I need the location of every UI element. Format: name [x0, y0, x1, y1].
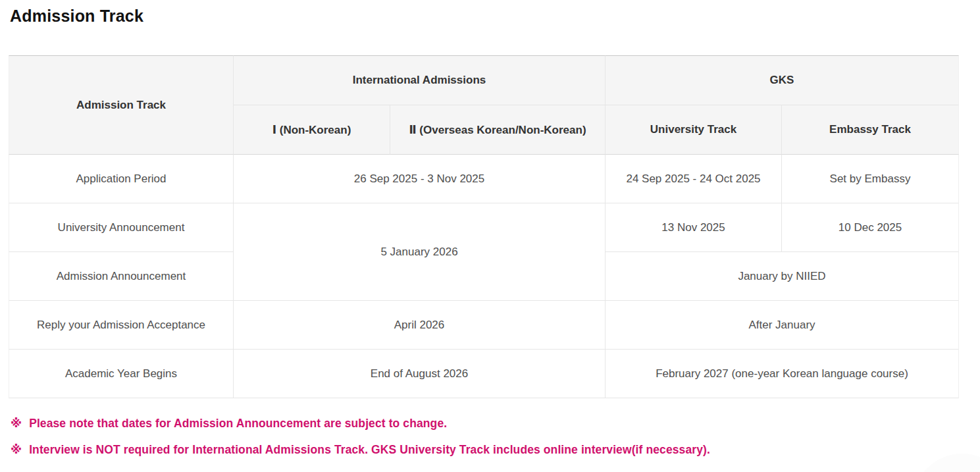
cell-admission-announcement-gks: January by NIIED: [606, 252, 959, 301]
header-embassy-track: Embassy Track: [782, 105, 959, 155]
reference-mark-icon: ※: [11, 443, 22, 457]
admission-track-page: Admission Track Admission Track Internat…: [0, 0, 980, 457]
cell-application-period-university-track: 24 Sep 2025 - 24 Oct 2025: [606, 155, 782, 203]
cell-announcement-international: 5 January 2026: [234, 203, 606, 301]
header-gks: GKS: [606, 55, 959, 105]
header-group-row: Admission Track International Admissions…: [9, 55, 959, 105]
row-label-admission-announcement: Admission Announcement: [9, 252, 234, 301]
row-label-university-announcement: University Announcement: [9, 203, 234, 252]
table-row-university-announcement: University Announcement 5 January 2026 1…: [9, 203, 959, 252]
cell-academic-year-international: End of August 2026: [234, 350, 606, 398]
note-admission-dates: ※Please note that dates for Admission An…: [11, 417, 980, 431]
header-admission-track: Admission Track: [9, 55, 234, 155]
row-label-application-period: Application Period: [9, 155, 234, 203]
table-row-application-period: Application Period 26 Sep 2025 - 3 Nov 2…: [9, 155, 959, 203]
header-international-admissions: International Admissions: [234, 55, 606, 105]
cell-university-announcement-embassy-track: 10 Dec 2025: [782, 203, 959, 252]
header-track-2-overseas-korean: Ⅱ (Overseas Korean/Non-Korean): [390, 105, 606, 155]
note-text: Please note that dates for Admission Ann…: [29, 417, 447, 430]
admission-schedule-table: Admission Track International Admissions…: [9, 55, 959, 398]
cell-application-period-embassy-track: Set by Embassy: [782, 155, 959, 203]
reference-mark-icon: ※: [11, 417, 22, 431]
cell-reply-acceptance-gks: After January: [606, 301, 959, 350]
note-text: Interview is NOT required for Internatio…: [29, 443, 710, 456]
cell-academic-year-gks: February 2027 (one-year Korean language …: [606, 350, 959, 398]
table-row-academic-year-begins: Academic Year Begins End of August 2026 …: [9, 350, 959, 398]
page-title: Admission Track: [10, 5, 980, 26]
cell-application-period-international: 26 Sep 2025 - 3 Nov 2025: [234, 155, 606, 203]
row-label-academic-year-begins: Academic Year Begins: [9, 350, 234, 398]
header-track-1-non-korean: Ⅰ (Non-Korean): [234, 105, 390, 155]
header-university-track: University Track: [606, 105, 782, 155]
note-interview: ※Interview is NOT required for Internati…: [11, 443, 980, 457]
cell-reply-acceptance-international: April 2026: [234, 301, 606, 350]
cell-university-announcement-university-track: 13 Nov 2025: [606, 203, 782, 252]
footnotes: ※Please note that dates for Admission An…: [11, 417, 980, 457]
table-row-reply-acceptance: Reply your Admission Acceptance April 20…: [9, 301, 959, 350]
row-label-reply-acceptance: Reply your Admission Acceptance: [9, 301, 234, 350]
